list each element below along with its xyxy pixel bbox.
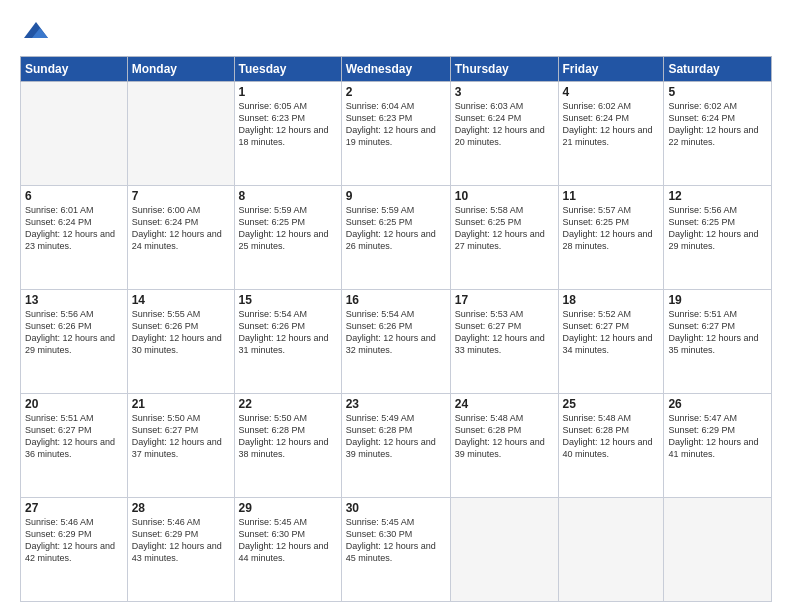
calendar-week-3: 20Sunrise: 5:51 AM Sunset: 6:27 PM Dayli… bbox=[21, 394, 772, 498]
page: SundayMondayTuesdayWednesdayThursdayFrid… bbox=[0, 0, 792, 612]
calendar-cell: 28Sunrise: 5:46 AM Sunset: 6:29 PM Dayli… bbox=[127, 498, 234, 602]
calendar-cell: 1Sunrise: 6:05 AM Sunset: 6:23 PM Daylig… bbox=[234, 82, 341, 186]
calendar-week-2: 13Sunrise: 5:56 AM Sunset: 6:26 PM Dayli… bbox=[21, 290, 772, 394]
day-info: Sunrise: 5:46 AM Sunset: 6:29 PM Dayligh… bbox=[25, 516, 123, 565]
calendar-cell: 10Sunrise: 5:58 AM Sunset: 6:25 PM Dayli… bbox=[450, 186, 558, 290]
calendar-cell: 17Sunrise: 5:53 AM Sunset: 6:27 PM Dayli… bbox=[450, 290, 558, 394]
day-info: Sunrise: 6:00 AM Sunset: 6:24 PM Dayligh… bbox=[132, 204, 230, 253]
calendar-cell: 24Sunrise: 5:48 AM Sunset: 6:28 PM Dayli… bbox=[450, 394, 558, 498]
day-number: 4 bbox=[563, 85, 660, 99]
logo-icon bbox=[22, 18, 50, 46]
calendar-cell bbox=[558, 498, 664, 602]
calendar-header-thursday: Thursday bbox=[450, 57, 558, 82]
calendar-header-wednesday: Wednesday bbox=[341, 57, 450, 82]
day-info: Sunrise: 5:54 AM Sunset: 6:26 PM Dayligh… bbox=[346, 308, 446, 357]
day-number: 9 bbox=[346, 189, 446, 203]
day-info: Sunrise: 5:50 AM Sunset: 6:27 PM Dayligh… bbox=[132, 412, 230, 461]
day-number: 5 bbox=[668, 85, 767, 99]
day-info: Sunrise: 5:51 AM Sunset: 6:27 PM Dayligh… bbox=[25, 412, 123, 461]
day-number: 27 bbox=[25, 501, 123, 515]
day-info: Sunrise: 5:45 AM Sunset: 6:30 PM Dayligh… bbox=[239, 516, 337, 565]
calendar-cell: 16Sunrise: 5:54 AM Sunset: 6:26 PM Dayli… bbox=[341, 290, 450, 394]
calendar-header-tuesday: Tuesday bbox=[234, 57, 341, 82]
day-number: 3 bbox=[455, 85, 554, 99]
day-info: Sunrise: 5:54 AM Sunset: 6:26 PM Dayligh… bbox=[239, 308, 337, 357]
calendar-cell: 23Sunrise: 5:49 AM Sunset: 6:28 PM Dayli… bbox=[341, 394, 450, 498]
day-number: 26 bbox=[668, 397, 767, 411]
day-number: 21 bbox=[132, 397, 230, 411]
day-info: Sunrise: 5:55 AM Sunset: 6:26 PM Dayligh… bbox=[132, 308, 230, 357]
calendar-week-4: 27Sunrise: 5:46 AM Sunset: 6:29 PM Dayli… bbox=[21, 498, 772, 602]
calendar-cell: 3Sunrise: 6:03 AM Sunset: 6:24 PM Daylig… bbox=[450, 82, 558, 186]
day-info: Sunrise: 5:50 AM Sunset: 6:28 PM Dayligh… bbox=[239, 412, 337, 461]
calendar-cell bbox=[21, 82, 128, 186]
day-info: Sunrise: 6:05 AM Sunset: 6:23 PM Dayligh… bbox=[239, 100, 337, 149]
day-info: Sunrise: 5:49 AM Sunset: 6:28 PM Dayligh… bbox=[346, 412, 446, 461]
day-info: Sunrise: 5:46 AM Sunset: 6:29 PM Dayligh… bbox=[132, 516, 230, 565]
day-number: 2 bbox=[346, 85, 446, 99]
day-number: 1 bbox=[239, 85, 337, 99]
day-info: Sunrise: 6:02 AM Sunset: 6:24 PM Dayligh… bbox=[563, 100, 660, 149]
day-number: 25 bbox=[563, 397, 660, 411]
day-number: 28 bbox=[132, 501, 230, 515]
calendar-cell: 11Sunrise: 5:57 AM Sunset: 6:25 PM Dayli… bbox=[558, 186, 664, 290]
day-number: 13 bbox=[25, 293, 123, 307]
day-info: Sunrise: 6:03 AM Sunset: 6:24 PM Dayligh… bbox=[455, 100, 554, 149]
calendar-week-0: 1Sunrise: 6:05 AM Sunset: 6:23 PM Daylig… bbox=[21, 82, 772, 186]
day-number: 23 bbox=[346, 397, 446, 411]
calendar-cell: 2Sunrise: 6:04 AM Sunset: 6:23 PM Daylig… bbox=[341, 82, 450, 186]
calendar-cell: 12Sunrise: 5:56 AM Sunset: 6:25 PM Dayli… bbox=[664, 186, 772, 290]
calendar-cell: 21Sunrise: 5:50 AM Sunset: 6:27 PM Dayli… bbox=[127, 394, 234, 498]
calendar-cell bbox=[127, 82, 234, 186]
calendar-cell bbox=[450, 498, 558, 602]
calendar-cell: 18Sunrise: 5:52 AM Sunset: 6:27 PM Dayli… bbox=[558, 290, 664, 394]
day-number: 10 bbox=[455, 189, 554, 203]
day-number: 20 bbox=[25, 397, 123, 411]
calendar-week-1: 6Sunrise: 6:01 AM Sunset: 6:24 PM Daylig… bbox=[21, 186, 772, 290]
calendar-cell: 4Sunrise: 6:02 AM Sunset: 6:24 PM Daylig… bbox=[558, 82, 664, 186]
calendar-header-row: SundayMondayTuesdayWednesdayThursdayFrid… bbox=[21, 57, 772, 82]
calendar-cell: 9Sunrise: 5:59 AM Sunset: 6:25 PM Daylig… bbox=[341, 186, 450, 290]
day-number: 11 bbox=[563, 189, 660, 203]
day-number: 17 bbox=[455, 293, 554, 307]
day-info: Sunrise: 6:02 AM Sunset: 6:24 PM Dayligh… bbox=[668, 100, 767, 149]
calendar-header-friday: Friday bbox=[558, 57, 664, 82]
calendar-table: SundayMondayTuesdayWednesdayThursdayFrid… bbox=[20, 56, 772, 602]
day-number: 30 bbox=[346, 501, 446, 515]
day-info: Sunrise: 5:59 AM Sunset: 6:25 PM Dayligh… bbox=[239, 204, 337, 253]
calendar-cell: 25Sunrise: 5:48 AM Sunset: 6:28 PM Dayli… bbox=[558, 394, 664, 498]
day-number: 16 bbox=[346, 293, 446, 307]
header bbox=[20, 18, 772, 46]
calendar-cell: 13Sunrise: 5:56 AM Sunset: 6:26 PM Dayli… bbox=[21, 290, 128, 394]
day-number: 6 bbox=[25, 189, 123, 203]
day-info: Sunrise: 5:56 AM Sunset: 6:25 PM Dayligh… bbox=[668, 204, 767, 253]
day-info: Sunrise: 5:57 AM Sunset: 6:25 PM Dayligh… bbox=[563, 204, 660, 253]
day-info: Sunrise: 6:04 AM Sunset: 6:23 PM Dayligh… bbox=[346, 100, 446, 149]
calendar-cell: 6Sunrise: 6:01 AM Sunset: 6:24 PM Daylig… bbox=[21, 186, 128, 290]
calendar-cell: 30Sunrise: 5:45 AM Sunset: 6:30 PM Dayli… bbox=[341, 498, 450, 602]
calendar-cell: 15Sunrise: 5:54 AM Sunset: 6:26 PM Dayli… bbox=[234, 290, 341, 394]
day-info: Sunrise: 6:01 AM Sunset: 6:24 PM Dayligh… bbox=[25, 204, 123, 253]
calendar-cell: 29Sunrise: 5:45 AM Sunset: 6:30 PM Dayli… bbox=[234, 498, 341, 602]
day-number: 15 bbox=[239, 293, 337, 307]
day-info: Sunrise: 5:51 AM Sunset: 6:27 PM Dayligh… bbox=[668, 308, 767, 357]
day-number: 7 bbox=[132, 189, 230, 203]
day-number: 22 bbox=[239, 397, 337, 411]
day-info: Sunrise: 5:47 AM Sunset: 6:29 PM Dayligh… bbox=[668, 412, 767, 461]
day-info: Sunrise: 5:48 AM Sunset: 6:28 PM Dayligh… bbox=[455, 412, 554, 461]
calendar-cell: 19Sunrise: 5:51 AM Sunset: 6:27 PM Dayli… bbox=[664, 290, 772, 394]
day-number: 19 bbox=[668, 293, 767, 307]
day-number: 8 bbox=[239, 189, 337, 203]
day-number: 24 bbox=[455, 397, 554, 411]
calendar-cell: 20Sunrise: 5:51 AM Sunset: 6:27 PM Dayli… bbox=[21, 394, 128, 498]
calendar-header-sunday: Sunday bbox=[21, 57, 128, 82]
calendar-cell: 7Sunrise: 6:00 AM Sunset: 6:24 PM Daylig… bbox=[127, 186, 234, 290]
day-info: Sunrise: 5:53 AM Sunset: 6:27 PM Dayligh… bbox=[455, 308, 554, 357]
calendar-header-saturday: Saturday bbox=[664, 57, 772, 82]
day-info: Sunrise: 5:59 AM Sunset: 6:25 PM Dayligh… bbox=[346, 204, 446, 253]
day-number: 29 bbox=[239, 501, 337, 515]
calendar-cell bbox=[664, 498, 772, 602]
day-info: Sunrise: 5:58 AM Sunset: 6:25 PM Dayligh… bbox=[455, 204, 554, 253]
calendar-cell: 5Sunrise: 6:02 AM Sunset: 6:24 PM Daylig… bbox=[664, 82, 772, 186]
calendar-cell: 8Sunrise: 5:59 AM Sunset: 6:25 PM Daylig… bbox=[234, 186, 341, 290]
